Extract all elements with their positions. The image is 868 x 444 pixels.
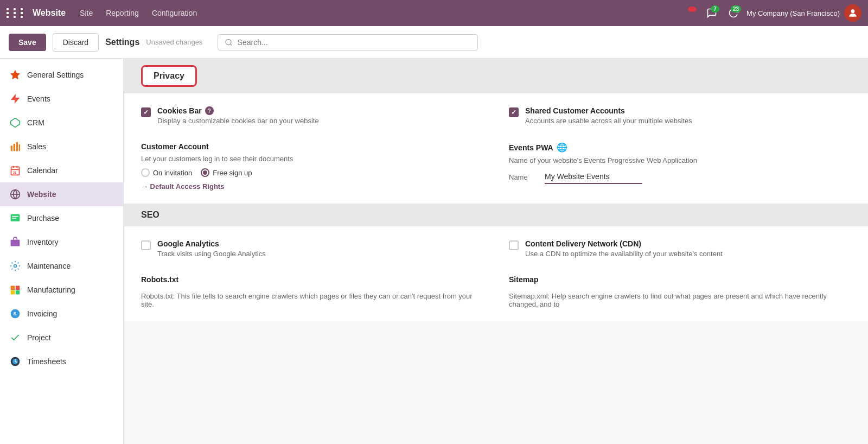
search-input[interactable] — [238, 38, 471, 47]
svg-rect-5 — [11, 145, 12, 151]
sidebar-label-events: Events — [27, 94, 50, 103]
customer-account-desc: Let your customers log in to see their d… — [141, 155, 293, 163]
sidebar-label-general: General Settings — [27, 71, 84, 79]
google-analytics-desc: Track visits using Google Analytics — [157, 250, 483, 258]
page-title: Settings — [105, 37, 139, 47]
events-pwa-name-row: Name — [509, 170, 642, 184]
manufacturing-icon — [9, 283, 22, 296]
sitemap-title: Sitemap — [509, 275, 538, 284]
calendar-icon: 31 — [9, 164, 22, 177]
sidebar-label-sales: Sales — [27, 142, 46, 151]
search-bar[interactable] — [218, 34, 478, 50]
sidebar-item-website[interactable]: Website — [0, 182, 123, 206]
default-access-rights-link[interactable]: → Default Access Rights — [141, 182, 224, 191]
sidebar-label-website: Website — [27, 190, 56, 199]
events-pwa-desc: Name of your website's Events Progressiv… — [509, 156, 697, 164]
app-grid-icon[interactable] — [7, 8, 26, 18]
sidebar-item-purchase[interactable]: Purchase — [0, 206, 123, 230]
cookies-bar-title: Cookies Bar ? — [157, 106, 483, 115]
customer-account-options: On invitation Free sign up — [141, 168, 252, 177]
general-settings-icon — [9, 68, 22, 81]
radio-option-invitation[interactable]: On invitation — [141, 168, 192, 177]
company-name[interactable]: My Company (San Francisco) — [746, 9, 840, 17]
robots-txt-setting: Robots.txt Robots.txt: This file tells t… — [141, 275, 483, 308]
shared-accounts-setting: ✓ Shared Customer Accounts Accounts are … — [509, 106, 851, 125]
sidebar-item-calendar[interactable]: 31 Calendar — [0, 158, 123, 182]
google-analytics-title: Google Analytics — [157, 239, 483, 248]
sidebar-item-events[interactable]: Events — [0, 87, 123, 111]
sidebar-label-invoicing: Invoicing — [27, 309, 57, 318]
cdn-title: Content Delivery Network (CDN) — [525, 239, 851, 248]
unsaved-label: Unsaved changes — [146, 38, 202, 46]
svg-rect-23 — [11, 290, 15, 295]
sitemap-desc: Sitemap.xml: Help search engine crawlers… — [509, 292, 851, 308]
privacy-section-header: Privacy — [124, 59, 868, 93]
sidebar-item-general-settings[interactable]: General Settings — [0, 63, 123, 87]
google-analytics-checkbox[interactable] — [141, 240, 151, 250]
google-analytics-content: Google Analytics Track visits using Goog… — [157, 239, 483, 258]
cookies-bar-desc: Display a customizable cookies bar on yo… — [157, 117, 483, 125]
robots-txt-desc: Robots.txt: This file tells to search en… — [141, 292, 483, 308]
radio-inner-free — [203, 170, 207, 175]
events-pwa-setting: Events PWA 🌐 Name of your website's Even… — [509, 142, 851, 191]
events-pwa-name-input[interactable] — [545, 170, 642, 184]
svg-marker-4 — [11, 118, 20, 128]
privacy-settings-grid: ✓ Cookies Bar ? Display a customizable c… — [124, 93, 868, 204]
sidebar-item-invoicing[interactable]: $ Invoicing — [0, 302, 123, 326]
sidebar-item-manufacturing[interactable]: Manufacturing — [0, 278, 123, 302]
cdn-content: Content Delivery Network (CDN) Use a CDN… — [525, 239, 851, 258]
timesheets-icon — [9, 355, 22, 368]
sidebar-item-sales[interactable]: Sales — [0, 135, 123, 158]
shared-accounts-content: Shared Customer Accounts Accounts are us… — [525, 106, 851, 125]
shared-accounts-checkbox[interactable]: ✓ — [509, 107, 519, 117]
sidebar-label-inventory: Inventory — [27, 238, 59, 246]
nav-item-configuration[interactable]: Configuration — [146, 7, 202, 20]
user-avatar[interactable] — [844, 4, 861, 22]
updates-badge: 23 — [731, 5, 741, 12]
content-area: Privacy ✓ Cookies Bar ? Display a custom… — [124, 59, 868, 444]
sidebar: General Settings Events CRM — [0, 59, 124, 444]
sidebar-item-crm[interactable]: CRM — [0, 111, 123, 135]
nav-item-reporting[interactable]: Reporting — [100, 7, 144, 20]
svg-rect-24 — [16, 290, 20, 295]
sidebar-item-maintenance[interactable]: Maintenance — [0, 254, 123, 278]
sidebar-item-project[interactable]: Project — [0, 326, 123, 350]
svg-rect-17 — [12, 216, 18, 217]
svg-text:31: 31 — [13, 171, 17, 174]
sidebar-item-timesheets[interactable]: Timesheets — [0, 350, 123, 373]
events-icon — [9, 92, 22, 105]
sidebar-label-purchase: Purchase — [27, 214, 59, 223]
radio-outer-free — [201, 168, 209, 177]
checkbox-check-icon: ✓ — [143, 109, 149, 116]
sitemap-setting: Sitemap Sitemap.xml: Help search engine … — [509, 275, 851, 308]
shared-accounts-desc: Accounts are usable across all your mult… — [525, 117, 851, 125]
sidebar-label-maintenance: Maintenance — [27, 262, 71, 270]
cdn-checkbox[interactable] — [509, 240, 519, 250]
updates-button[interactable]: 23 — [725, 4, 742, 22]
globe-icon: 🌐 — [557, 142, 567, 153]
radio-option-free[interactable]: Free sign up — [201, 168, 252, 177]
discard-button[interactable]: Discard — [53, 33, 99, 52]
cdn-desc: Use a CDN to optimize the availability o… — [525, 250, 851, 258]
svg-point-1 — [226, 39, 231, 45]
messages-button[interactable]: 7 — [703, 4, 720, 22]
seo-section-header: SEO — [124, 204, 868, 226]
crm-icon — [9, 116, 22, 129]
sidebar-label-project: Project — [27, 333, 51, 342]
brand-name[interactable]: Website — [33, 8, 66, 18]
svg-point-20 — [14, 265, 17, 268]
maintenance-icon — [9, 259, 22, 272]
inventory-icon — [9, 236, 22, 249]
cdn-setting: Content Delivery Network (CDN) Use a CDN… — [509, 239, 851, 258]
sidebar-item-inventory[interactable]: Inventory — [0, 230, 123, 254]
svg-rect-19 — [11, 240, 20, 246]
messages-badge: 7 — [711, 5, 719, 12]
cookies-help-icon[interactable]: ? — [205, 106, 214, 115]
shared-accounts-title: Shared Customer Accounts — [525, 106, 851, 115]
nav-item-site[interactable]: Site — [74, 7, 98, 20]
cookies-bar-checkbox[interactable]: ✓ — [141, 107, 151, 117]
svg-rect-21 — [11, 286, 15, 290]
svg-rect-8 — [19, 144, 21, 151]
save-button[interactable]: Save — [9, 34, 46, 51]
red-badge — [688, 7, 697, 12]
